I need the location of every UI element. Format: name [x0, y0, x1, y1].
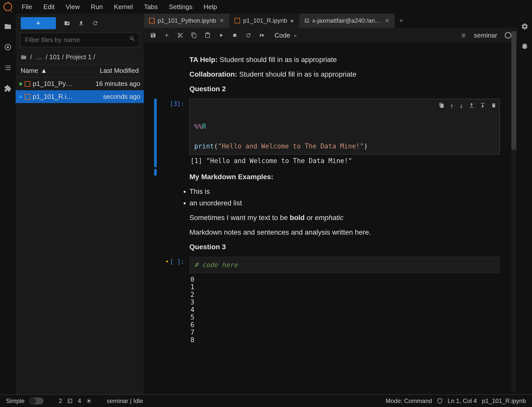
folder-icon — [21, 54, 27, 60]
heading-q2: Question 2 — [189, 84, 500, 94]
notebook-icon — [25, 81, 30, 87]
paste-icon[interactable] — [205, 32, 211, 38]
file-name: p1_101_R.i… — [33, 93, 82, 101]
simple-toggle[interactable] — [29, 397, 44, 404]
terminal-icon — [304, 18, 309, 23]
heading-q3: Question 3 — [189, 242, 500, 252]
menu-kernel[interactable]: Kernel — [109, 2, 137, 12]
code-cell[interactable]: •[ ]: # code here 0 1 2 3 4 5 6 7 8 — [189, 257, 500, 346]
cell-type-select[interactable]: Code — [273, 30, 300, 40]
kernel-status[interactable]: seminar | Idle — [107, 397, 143, 404]
code-input[interactable]: ↑ ↓ %%R print("Hello and Welcome to The … — [189, 99, 500, 154]
menu-file[interactable]: File — [17, 2, 37, 12]
column-name[interactable]: Name ▲ — [21, 67, 83, 75]
stop-icon[interactable] — [232, 32, 238, 38]
cell-toolbar: ↑ ↓ — [439, 101, 496, 111]
file-name: p1_101_Py… — [33, 80, 82, 88]
breadcrumb-path[interactable]: / 101 / Project 1 / — [46, 53, 95, 61]
insert-below-icon[interactable] — [480, 101, 485, 111]
tab-label: x-jaxmattfair@a240:/anvil/c — [312, 17, 382, 24]
file-row[interactable]: p1_101_R.i… seconds ago — [16, 90, 144, 103]
run-icon[interactable] — [218, 32, 224, 38]
tab-python[interactable]: p1_101_Python.ipynb ✕ — [144, 14, 229, 28]
tab-terminal[interactable]: x-jaxmattfair@a240:/anvil/c ✕ — [299, 14, 395, 28]
cell-output: 0 1 2 3 4 5 6 7 8 — [189, 273, 500, 346]
svg-rect-1 — [7, 46, 9, 48]
shield-icon[interactable] — [437, 398, 443, 404]
running-icon[interactable] — [4, 43, 12, 51]
new-folder-icon[interactable] — [64, 20, 70, 26]
kernels-count[interactable]: 4 — [78, 397, 81, 404]
add-cell-icon[interactable] — [164, 32, 170, 38]
copy-icon[interactable] — [191, 32, 197, 38]
breadcrumb-root[interactable]: / — [30, 53, 32, 61]
notebook-area: p1_101_Python.ipynb ✕ p1_101_R.ipynb ● x… — [144, 14, 517, 394]
move-up-icon[interactable]: ↑ — [450, 101, 454, 111]
move-down-icon[interactable]: ↓ — [459, 101, 463, 111]
status-dot-icon — [19, 82, 22, 85]
menu-help[interactable]: Help — [199, 2, 221, 12]
new-tab-button[interactable]: + — [395, 17, 408, 25]
extensions-icon[interactable] — [4, 85, 12, 92]
status-bar: Simple 2 4 seminar | Idle Mode: Command … — [0, 394, 532, 407]
refresh-icon[interactable] — [92, 20, 98, 26]
debug-icon[interactable] — [521, 42, 528, 50]
dirty-indicator-icon: ● — [290, 17, 294, 24]
ta-help-text: TA Help: Student should fill in as is ap… — [189, 54, 500, 65]
close-icon[interactable]: ✕ — [385, 17, 390, 24]
restart-icon[interactable] — [245, 32, 251, 38]
menu-settings[interactable]: Settings — [164, 2, 197, 12]
file-row[interactable]: p1_101_Py… 16 minutes ago — [16, 77, 144, 90]
cut-icon[interactable] — [177, 32, 183, 38]
column-modified[interactable]: Last Modified — [83, 67, 139, 75]
code-input[interactable]: # code here — [189, 257, 500, 273]
simple-label: Simple — [6, 397, 24, 404]
duplicate-icon[interactable] — [439, 101, 444, 111]
breadcrumb-ellipsis[interactable]: … — [36, 53, 42, 61]
upload-icon[interactable] — [78, 20, 84, 26]
list-item: This is — [189, 186, 500, 197]
menu-tabs[interactable]: Tabs — [139, 2, 162, 12]
md-notes: Markdown notes and sentences and analysi… — [189, 227, 500, 238]
terminals-count[interactable]: 2 — [59, 397, 62, 404]
sort-asc-icon: ▲ — [41, 67, 47, 75]
cursor-position: Ln 1, Col 4 — [448, 397, 477, 404]
code-cell[interactable]: [3]: ↑ ↓ %%R print("Hello and Welcome to… — [189, 99, 500, 167]
tab-r[interactable]: p1_101_R.ipynb ● — [229, 14, 299, 28]
insert-above-icon[interactable] — [469, 101, 474, 111]
current-file: p1_101_R.ipynb — [482, 397, 526, 404]
gear-icon[interactable] — [521, 23, 528, 30]
file-modified: seconds ago — [85, 93, 140, 101]
menubar: File Edit View Run Kernel Tabs Settings … — [0, 0, 532, 14]
save-icon[interactable] — [150, 32, 156, 38]
folder-icon[interactable] — [4, 23, 12, 30]
kernel-status-icon[interactable] — [505, 32, 511, 39]
menu-edit[interactable]: Edit — [39, 2, 59, 12]
notebook-icon — [25, 94, 30, 100]
close-icon[interactable]: ✕ — [219, 17, 224, 24]
notebook-scroll[interactable]: TA Help: Student should fill in as is ap… — [144, 43, 517, 394]
md-list: This is an unordered list — [189, 186, 500, 208]
scrollbar-thumb[interactable] — [511, 31, 516, 150]
menu-view[interactable]: View — [61, 2, 84, 12]
notebook-toolbar: Code seminar — [144, 28, 517, 43]
menu-run[interactable]: Run — [86, 2, 108, 12]
heading-mdex: My Markdown Examples: — [189, 172, 500, 182]
tab-label: p1_101_Python.ipynb — [158, 17, 216, 24]
run-all-icon[interactable] — [259, 32, 265, 38]
search-icon[interactable] — [129, 36, 135, 42]
new-launcher-button[interactable]: + — [21, 17, 56, 29]
toc-icon[interactable] — [4, 64, 12, 72]
kernel-name[interactable]: seminar — [474, 32, 497, 39]
file-browser: + / … / 101 / Project 1 / Name ▲ L — [16, 14, 144, 394]
tab-label: p1_101_R.ipynb — [243, 17, 287, 24]
cell-prompt: [3]: — [157, 100, 184, 107]
right-bar — [517, 14, 532, 394]
cell-output: [1] "Hello and Welcome to The Data Mine!… — [189, 154, 500, 167]
tab-bar: p1_101_Python.ipynb ✕ p1_101_R.ipynb ● x… — [144, 14, 517, 28]
filter-files-input[interactable] — [20, 33, 139, 47]
kernel-icon — [86, 398, 92, 404]
bug-icon[interactable] — [460, 32, 467, 38]
breadcrumb[interactable]: / … / 101 / Project 1 / — [16, 50, 144, 64]
delete-icon[interactable] — [491, 101, 496, 111]
